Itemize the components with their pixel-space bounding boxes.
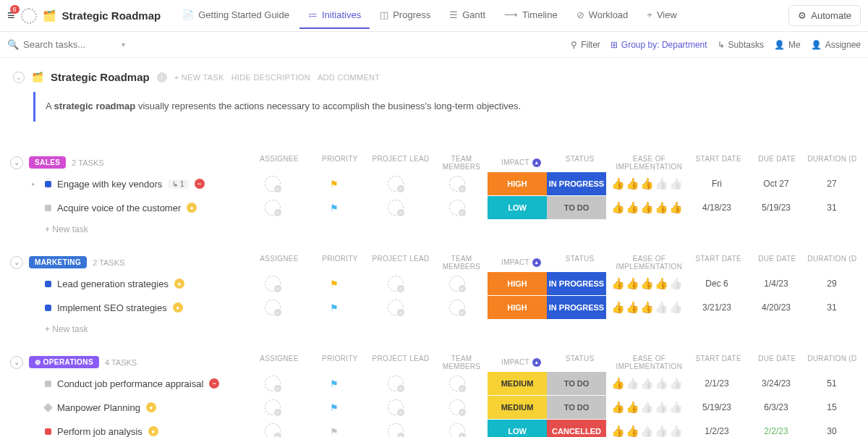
assignee-placeholder[interactable]	[265, 176, 281, 192]
team-placeholder[interactable]	[449, 200, 465, 216]
lead-placeholder[interactable]	[388, 376, 404, 391]
status-badge[interactable]: IN PROGRESS	[547, 296, 606, 319]
team-placeholder[interactable]	[449, 276, 465, 292]
priority-flag-icon[interactable]: ⚑	[330, 279, 339, 289]
tab-getting-started-guide[interactable]: 📄Getting Started Guide	[174, 2, 298, 29]
priority-flag-icon[interactable]: ⚑	[330, 179, 339, 190]
ease-rating[interactable]: 👍👍👍👍👍	[611, 201, 683, 214]
task-row[interactable]: Manpower Planning ● ⚑ MEDIUM TO DO 👍👍👍👍👍…	[10, 396, 858, 420]
status-badge[interactable]: TO DO	[547, 396, 606, 419]
priority-flag-icon[interactable]: ⚑	[330, 203, 339, 213]
priority-flag-icon[interactable]: ⚑	[330, 302, 339, 313]
tab-timeline[interactable]: ⟶Timeline	[495, 2, 566, 29]
lead-placeholder[interactable]	[388, 176, 404, 192]
impact-badge[interactable]: MEDIUM	[488, 396, 547, 419]
lead-placeholder[interactable]	[388, 200, 404, 216]
priority-flag-icon[interactable]: ⚑	[330, 402, 339, 413]
due-date[interactable]: 2/2/23	[764, 426, 788, 436]
tab-workload[interactable]: ⊘Workload	[568, 2, 637, 29]
expand-icon[interactable]: ▸	[32, 180, 39, 187]
status-badge[interactable]: CANCELLED	[547, 420, 606, 437]
priority-flag-icon[interactable]: ⚑	[330, 426, 339, 437]
due-date[interactable]: Oct 27	[763, 179, 788, 189]
assignee-placeholder[interactable]	[265, 276, 281, 292]
assignee-placeholder[interactable]	[265, 399, 281, 415]
group-pill[interactable]: SALES	[29, 156, 66, 169]
task-name[interactable]: Conduct job performance appraisal	[57, 378, 203, 389]
assignee-button[interactable]: 👤Assignee	[811, 40, 861, 50]
collapse-group-icon[interactable]: ⌄	[10, 256, 23, 269]
assignee-placeholder[interactable]	[265, 300, 281, 315]
impact-badge[interactable]: HIGH	[488, 172, 547, 195]
ease-rating[interactable]: 👍👍👍👍👍	[611, 425, 683, 437]
task-row[interactable]: Implement SEO strategies ● ⚑ HIGH IN PRO…	[10, 296, 858, 320]
impact-badge[interactable]: LOW	[488, 420, 547, 437]
team-placeholder[interactable]	[449, 300, 465, 315]
tab-progress[interactable]: ◫Progress	[371, 2, 439, 29]
task-name[interactable]: Lead generation strategies	[57, 279, 169, 289]
task-row[interactable]: Lead generation strategies ● ⚑ HIGH IN P…	[10, 272, 858, 296]
task-name[interactable]: Manpower Planning	[57, 402, 140, 413]
automate-button[interactable]: ⚙ Automate	[788, 5, 861, 26]
subtask-count[interactable]: ↳ 1	[168, 179, 188, 189]
task-name[interactable]: Engage with key vendors	[57, 179, 162, 190]
me-button[interactable]: 👤Me	[774, 40, 801, 50]
status-badge[interactable]: TO DO	[547, 372, 606, 395]
status-badge[interactable]: TO DO	[547, 196, 606, 219]
sort-icon[interactable]: ▲	[532, 158, 541, 167]
filter-button[interactable]: ⚲Filter	[571, 40, 600, 50]
sort-icon[interactable]: ▲	[532, 258, 541, 267]
impact-badge[interactable]: HIGH	[488, 296, 547, 319]
due-date[interactable]: 1/4/23	[764, 279, 788, 289]
due-date[interactable]: 4/20/23	[762, 302, 791, 313]
assignee-placeholder[interactable]	[265, 376, 281, 391]
search-input[interactable]	[23, 39, 117, 50]
due-date[interactable]: 6/3/23	[764, 402, 788, 412]
tab-gantt[interactable]: ☰Gantt	[441, 2, 494, 29]
ease-rating[interactable]: 👍👍👍👍👍	[611, 277, 683, 290]
start-date[interactable]: 4/18/23	[702, 203, 731, 213]
impact-badge[interactable]: LOW	[488, 196, 547, 219]
task-row[interactable]: ▸ Engage with key vendors ↳ 1− ⚑ HIGH IN…	[10, 172, 858, 196]
collapse-group-icon[interactable]: ⌄	[10, 156, 23, 169]
task-name[interactable]: Perform job analysis	[57, 426, 142, 437]
status-badge[interactable]: IN PROGRESS	[547, 272, 606, 295]
group-pill[interactable]: ⊕ OPERATIONS	[29, 356, 99, 368]
collapse-icon[interactable]: ⌄	[13, 72, 25, 83]
start-date[interactable]: 2/1/23	[705, 378, 728, 389]
new-task-button[interactable]: + New task	[10, 320, 858, 334]
assignee-placeholder[interactable]	[265, 423, 281, 437]
add-comment-link[interactable]: ADD COMMENT	[318, 73, 380, 82]
status-badge[interactable]: IN PROGRESS	[547, 172, 606, 195]
ease-rating[interactable]: 👍👍👍👍👍	[611, 177, 683, 190]
chevron-down-icon[interactable]: ▾	[122, 41, 125, 48]
start-date[interactable]: Fri	[712, 179, 722, 189]
due-date[interactable]: 3/24/23	[762, 378, 791, 389]
team-placeholder[interactable]	[449, 399, 465, 415]
assignee-placeholder[interactable]	[265, 200, 281, 216]
task-row[interactable]: Perform job analysis ● ⚑ LOW CANCELLED 👍…	[10, 420, 858, 437]
hide-description-link[interactable]: HIDE DESCRIPTION	[231, 73, 310, 82]
task-row[interactable]: Conduct job performance appraisal − ⚑ ME…	[10, 372, 858, 396]
task-name[interactable]: Implement SEO strategies	[57, 302, 167, 313]
task-name[interactable]: Acquire voice of the customer	[57, 203, 181, 213]
team-placeholder[interactable]	[449, 376, 465, 391]
ease-rating[interactable]: 👍👍👍👍👍	[611, 301, 683, 314]
start-date[interactable]: 5/19/23	[702, 402, 731, 412]
ease-rating[interactable]: 👍👍👍👍👍	[611, 401, 683, 414]
new-task-link[interactable]: + NEW TASK	[174, 73, 224, 82]
tab-view[interactable]: +View	[638, 2, 686, 29]
sort-icon[interactable]: ▲	[532, 358, 541, 367]
team-placeholder[interactable]	[449, 176, 465, 192]
priority-flag-icon[interactable]: ⚑	[330, 378, 339, 389]
search-box[interactable]: 🔍 ▾	[7, 39, 137, 50]
menu-button[interactable]: ≡6	[7, 8, 15, 23]
start-date[interactable]: 1/2/23	[705, 426, 728, 436]
group-pill[interactable]: MARKETING	[29, 256, 87, 268]
ease-rating[interactable]: 👍👍👍👍👍	[611, 377, 683, 390]
impact-badge[interactable]: HIGH	[488, 272, 547, 295]
task-row[interactable]: Acquire voice of the customer ● ⚑ LOW TO…	[10, 196, 858, 220]
start-date[interactable]: Dec 6	[705, 279, 728, 289]
subtasks-button[interactable]: ↳Subtasks	[718, 40, 764, 50]
lead-placeholder[interactable]	[388, 399, 404, 415]
